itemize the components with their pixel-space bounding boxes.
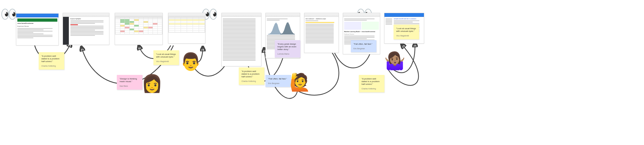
screenshot-spreadsheet-colored bbox=[115, 13, 163, 45]
sticky-note: "A problem well stated is a problem half… bbox=[359, 75, 384, 92]
sticky-author: Vico Magistretti bbox=[396, 35, 416, 37]
eyes-icon: 👀 bbox=[3, 7, 17, 21]
sticky-author: Lorinda Mamo bbox=[277, 53, 298, 55]
sticky-author: Charles Kettering bbox=[361, 88, 382, 90]
screenshot-data-list bbox=[221, 13, 261, 66]
sticky-note: "Look at usual things with unusual eyes.… bbox=[153, 50, 179, 65]
sticky-author: Charles Kettering bbox=[41, 65, 62, 67]
persona-emoji: 🙋 bbox=[289, 74, 311, 91]
sticky-quote: "Every great design begins with an even … bbox=[277, 43, 298, 51]
screenshot-ide: Explore highlights bbox=[63, 13, 109, 45]
sticky-quote: "Look at usual things with unusual eyes.… bbox=[396, 27, 416, 33]
sticky-note: "Look at usual things with unusual eyes.… bbox=[393, 25, 419, 39]
sticky-quote: "Look at usual things with unusual eyes.… bbox=[156, 53, 176, 58]
screenshot-spreadsheet-highlight bbox=[168, 13, 205, 44]
sticky-quote: "A problem well stated is a problem half… bbox=[361, 78, 382, 86]
sticky-author: Charles Kettering bbox=[241, 80, 262, 83]
sticky-note: "Fail often, fail fast." Eric Bergman bbox=[265, 75, 291, 87]
density-chart bbox=[267, 21, 299, 35]
sticky-quote: "Fail often, fail fast." bbox=[353, 43, 374, 45]
sticky-author: Vico Magistretti bbox=[156, 60, 176, 63]
persona-emoji: 👩 bbox=[141, 75, 163, 92]
screenshot-notebook-df: new notebook — dataframe output bbox=[304, 13, 339, 53]
sticky-note: "A problem well stated is a problem half… bbox=[239, 67, 264, 85]
sticky-note: "Every great design begins with an even … bbox=[275, 40, 300, 58]
persona-emoji: 👨 bbox=[180, 53, 201, 70]
sticky-author: Eric Bergman bbox=[353, 48, 374, 50]
sticky-note: "A problem well stated is a problem half… bbox=[39, 52, 64, 70]
sticky-quote: "Fail often, fail fast." bbox=[268, 78, 288, 80]
sticky-quote: "A problem well stated is a problem half… bbox=[41, 55, 62, 63]
sticky-quote: "Design is thinking made visual." bbox=[120, 78, 140, 83]
screenshot-document: mice-benefit-extreme Experiment Review bbox=[16, 13, 59, 45]
sticky-author: Saul Bass bbox=[120, 85, 140, 87]
sticky-author: Eric Bergman bbox=[268, 82, 288, 85]
sticky-quote: "A problem well stated is a problem half… bbox=[241, 70, 262, 78]
eyes-icon: 👀 bbox=[204, 7, 218, 21]
sticky-note: "Design is thinking made visual." Saul B… bbox=[117, 75, 142, 90]
persona-emoji: 🤷🏽‍♀️ bbox=[384, 52, 406, 69]
sticky-note: "Fail often, fail fast." Eric Bergman bbox=[351, 40, 376, 52]
